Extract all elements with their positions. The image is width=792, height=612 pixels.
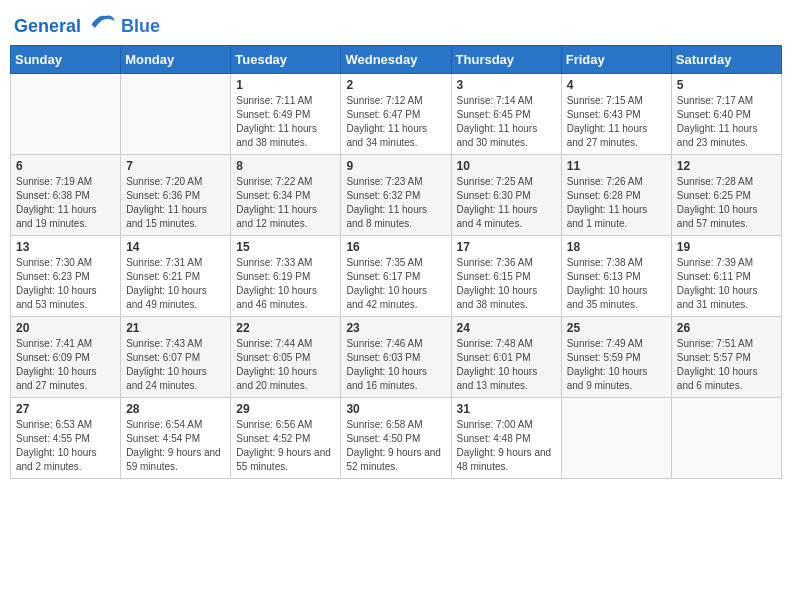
day-number: 30	[346, 402, 445, 416]
calendar-day-cell: 4Sunrise: 7:15 AM Sunset: 6:43 PM Daylig…	[561, 74, 671, 155]
page-header: General Blue	[10, 10, 782, 37]
calendar-day-cell: 17Sunrise: 7:36 AM Sunset: 6:15 PM Dayli…	[451, 236, 561, 317]
calendar-day-cell: 5Sunrise: 7:17 AM Sunset: 6:40 PM Daylig…	[671, 74, 781, 155]
day-number: 31	[457, 402, 556, 416]
calendar-day-cell: 18Sunrise: 7:38 AM Sunset: 6:13 PM Dayli…	[561, 236, 671, 317]
calendar-weekday-header: Tuesday	[231, 46, 341, 74]
calendar-day-cell: 26Sunrise: 7:51 AM Sunset: 5:57 PM Dayli…	[671, 317, 781, 398]
calendar-weekday-header: Monday	[121, 46, 231, 74]
calendar-day-cell: 23Sunrise: 7:46 AM Sunset: 6:03 PM Dayli…	[341, 317, 451, 398]
calendar-weekday-header: Friday	[561, 46, 671, 74]
calendar-day-cell: 29Sunrise: 6:56 AM Sunset: 4:52 PM Dayli…	[231, 398, 341, 479]
day-number: 7	[126, 159, 225, 173]
day-detail: Sunrise: 7:17 AM Sunset: 6:40 PM Dayligh…	[677, 94, 776, 150]
calendar-day-cell: 3Sunrise: 7:14 AM Sunset: 6:45 PM Daylig…	[451, 74, 561, 155]
day-detail: Sunrise: 7:28 AM Sunset: 6:25 PM Dayligh…	[677, 175, 776, 231]
day-number: 12	[677, 159, 776, 173]
calendar-week-row: 6Sunrise: 7:19 AM Sunset: 6:38 PM Daylig…	[11, 155, 782, 236]
calendar-day-cell: 15Sunrise: 7:33 AM Sunset: 6:19 PM Dayli…	[231, 236, 341, 317]
calendar-week-row: 1Sunrise: 7:11 AM Sunset: 6:49 PM Daylig…	[11, 74, 782, 155]
day-detail: Sunrise: 7:22 AM Sunset: 6:34 PM Dayligh…	[236, 175, 335, 231]
day-number: 4	[567, 78, 666, 92]
calendar-day-cell: 31Sunrise: 7:00 AM Sunset: 4:48 PM Dayli…	[451, 398, 561, 479]
day-detail: Sunrise: 7:33 AM Sunset: 6:19 PM Dayligh…	[236, 256, 335, 312]
day-number: 1	[236, 78, 335, 92]
day-detail: Sunrise: 7:11 AM Sunset: 6:49 PM Dayligh…	[236, 94, 335, 150]
day-number: 14	[126, 240, 225, 254]
calendar-day-cell: 1Sunrise: 7:11 AM Sunset: 6:49 PM Daylig…	[231, 74, 341, 155]
calendar-day-cell: 14Sunrise: 7:31 AM Sunset: 6:21 PM Dayli…	[121, 236, 231, 317]
day-number: 18	[567, 240, 666, 254]
calendar-day-cell: 30Sunrise: 6:58 AM Sunset: 4:50 PM Dayli…	[341, 398, 451, 479]
day-detail: Sunrise: 7:51 AM Sunset: 5:57 PM Dayligh…	[677, 337, 776, 393]
calendar-day-cell: 16Sunrise: 7:35 AM Sunset: 6:17 PM Dayli…	[341, 236, 451, 317]
calendar-day-cell: 6Sunrise: 7:19 AM Sunset: 6:38 PM Daylig…	[11, 155, 121, 236]
day-detail: Sunrise: 7:30 AM Sunset: 6:23 PM Dayligh…	[16, 256, 115, 312]
calendar-day-cell	[671, 398, 781, 479]
day-number: 6	[16, 159, 115, 173]
day-detail: Sunrise: 7:23 AM Sunset: 6:32 PM Dayligh…	[346, 175, 445, 231]
calendar-day-cell: 21Sunrise: 7:43 AM Sunset: 6:07 PM Dayli…	[121, 317, 231, 398]
day-detail: Sunrise: 7:35 AM Sunset: 6:17 PM Dayligh…	[346, 256, 445, 312]
calendar-day-cell: 12Sunrise: 7:28 AM Sunset: 6:25 PM Dayli…	[671, 155, 781, 236]
logo-text: General Blue	[14, 10, 160, 37]
day-detail: Sunrise: 7:36 AM Sunset: 6:15 PM Dayligh…	[457, 256, 556, 312]
day-number: 5	[677, 78, 776, 92]
calendar-day-cell: 7Sunrise: 7:20 AM Sunset: 6:36 PM Daylig…	[121, 155, 231, 236]
day-number: 9	[346, 159, 445, 173]
calendar-weekday-header: Sunday	[11, 46, 121, 74]
calendar-day-cell: 2Sunrise: 7:12 AM Sunset: 6:47 PM Daylig…	[341, 74, 451, 155]
day-detail: Sunrise: 7:15 AM Sunset: 6:43 PM Dayligh…	[567, 94, 666, 150]
day-number: 27	[16, 402, 115, 416]
calendar-day-cell: 10Sunrise: 7:25 AM Sunset: 6:30 PM Dayli…	[451, 155, 561, 236]
logo-bird-icon	[88, 10, 116, 32]
day-detail: Sunrise: 6:56 AM Sunset: 4:52 PM Dayligh…	[236, 418, 335, 474]
calendar-day-cell: 9Sunrise: 7:23 AM Sunset: 6:32 PM Daylig…	[341, 155, 451, 236]
day-detail: Sunrise: 7:43 AM Sunset: 6:07 PM Dayligh…	[126, 337, 225, 393]
calendar-week-row: 13Sunrise: 7:30 AM Sunset: 6:23 PM Dayli…	[11, 236, 782, 317]
day-detail: Sunrise: 7:14 AM Sunset: 6:45 PM Dayligh…	[457, 94, 556, 150]
calendar-day-cell	[561, 398, 671, 479]
day-detail: Sunrise: 7:46 AM Sunset: 6:03 PM Dayligh…	[346, 337, 445, 393]
calendar-day-cell	[11, 74, 121, 155]
calendar-day-cell: 25Sunrise: 7:49 AM Sunset: 5:59 PM Dayli…	[561, 317, 671, 398]
calendar-day-cell: 27Sunrise: 6:53 AM Sunset: 4:55 PM Dayli…	[11, 398, 121, 479]
calendar-day-cell: 20Sunrise: 7:41 AM Sunset: 6:09 PM Dayli…	[11, 317, 121, 398]
calendar-day-cell: 28Sunrise: 6:54 AM Sunset: 4:54 PM Dayli…	[121, 398, 231, 479]
calendar-day-cell: 24Sunrise: 7:48 AM Sunset: 6:01 PM Dayli…	[451, 317, 561, 398]
day-number: 10	[457, 159, 556, 173]
day-detail: Sunrise: 7:31 AM Sunset: 6:21 PM Dayligh…	[126, 256, 225, 312]
day-number: 25	[567, 321, 666, 335]
day-detail: Sunrise: 6:54 AM Sunset: 4:54 PM Dayligh…	[126, 418, 225, 474]
day-number: 16	[346, 240, 445, 254]
day-number: 11	[567, 159, 666, 173]
calendar-weekday-header: Saturday	[671, 46, 781, 74]
day-detail: Sunrise: 7:12 AM Sunset: 6:47 PM Dayligh…	[346, 94, 445, 150]
day-number: 22	[236, 321, 335, 335]
calendar-week-row: 20Sunrise: 7:41 AM Sunset: 6:09 PM Dayli…	[11, 317, 782, 398]
calendar-table: SundayMondayTuesdayWednesdayThursdayFrid…	[10, 45, 782, 479]
day-number: 15	[236, 240, 335, 254]
calendar-week-row: 27Sunrise: 6:53 AM Sunset: 4:55 PM Dayli…	[11, 398, 782, 479]
day-number: 13	[16, 240, 115, 254]
calendar-weekday-header: Thursday	[451, 46, 561, 74]
day-number: 28	[126, 402, 225, 416]
day-number: 26	[677, 321, 776, 335]
day-number: 3	[457, 78, 556, 92]
day-number: 24	[457, 321, 556, 335]
day-number: 20	[16, 321, 115, 335]
day-number: 29	[236, 402, 335, 416]
calendar-day-cell: 19Sunrise: 7:39 AM Sunset: 6:11 PM Dayli…	[671, 236, 781, 317]
day-detail: Sunrise: 7:26 AM Sunset: 6:28 PM Dayligh…	[567, 175, 666, 231]
calendar-day-cell: 11Sunrise: 7:26 AM Sunset: 6:28 PM Dayli…	[561, 155, 671, 236]
day-number: 8	[236, 159, 335, 173]
day-detail: Sunrise: 7:39 AM Sunset: 6:11 PM Dayligh…	[677, 256, 776, 312]
day-detail: Sunrise: 7:44 AM Sunset: 6:05 PM Dayligh…	[236, 337, 335, 393]
calendar-day-cell	[121, 74, 231, 155]
day-detail: Sunrise: 7:41 AM Sunset: 6:09 PM Dayligh…	[16, 337, 115, 393]
day-detail: Sunrise: 6:53 AM Sunset: 4:55 PM Dayligh…	[16, 418, 115, 474]
day-number: 17	[457, 240, 556, 254]
day-number: 21	[126, 321, 225, 335]
day-number: 19	[677, 240, 776, 254]
day-detail: Sunrise: 7:48 AM Sunset: 6:01 PM Dayligh…	[457, 337, 556, 393]
